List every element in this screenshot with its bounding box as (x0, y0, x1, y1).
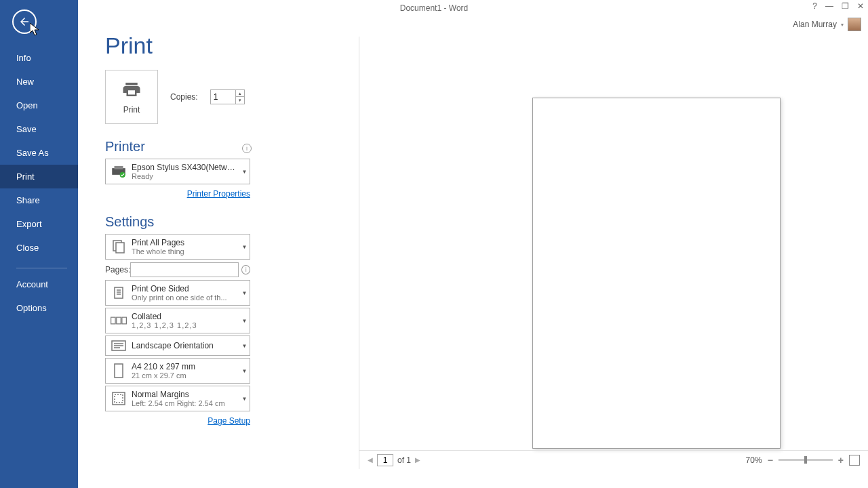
chevron-down-icon: ▼ (239, 290, 250, 296)
zoom-slider[interactable] (778, 459, 833, 461)
paper-line2: 21 cm x 29.7 cm (132, 371, 236, 380)
print-preview-area (359, 37, 868, 469)
print-what-line1: Print All Pages (132, 238, 236, 247)
nav-info[interactable]: Info (0, 46, 78, 70)
nav-export[interactable]: Export (0, 212, 78, 236)
svg-rect-14 (115, 364, 123, 378)
print-what-selector[interactable]: Print All Pages The whole thing ▼ (105, 234, 250, 260)
copies-label: Copies: (170, 92, 198, 102)
sides-line1: Print One Sided (132, 284, 236, 293)
chevron-down-icon: ▼ (239, 396, 250, 402)
pages-input[interactable] (130, 262, 239, 277)
collate-selector[interactable]: Collated 1,2,3 1,2,3 1,2,3 ▼ (105, 308, 250, 333)
collate-line2: 1,2,3 1,2,3 1,2,3 (132, 321, 236, 329)
margins-line1: Normal Margins (132, 390, 236, 399)
chevron-down-icon: ▼ (239, 244, 250, 250)
nav-separator (16, 268, 67, 268)
print-button-label: Print (123, 105, 140, 115)
collate-icon (110, 314, 127, 327)
page-total: of 1 (397, 455, 411, 465)
nav-open[interactable]: Open (0, 94, 78, 117)
backstage-sidebar: Info New Open Save Save As Print Share E… (0, 0, 78, 488)
paper-size-icon (113, 363, 125, 379)
printer-info-icon[interactable]: i (242, 144, 252, 153)
collate-line1: Collated (132, 312, 236, 321)
page-preview (532, 98, 781, 449)
nav-options[interactable]: Options (0, 296, 78, 320)
chevron-down-icon: ▼ (239, 318, 250, 324)
printer-selector[interactable]: Epson Stylus SX430(Network) Ready ▼ (105, 159, 250, 184)
margins-selector[interactable]: Normal Margins Left: 2.54 cm Right: 2.54… (105, 386, 250, 411)
margins-icon (111, 390, 127, 407)
pages-icon (111, 239, 127, 255)
svg-rect-8 (117, 317, 121, 324)
printer-icon (120, 79, 143, 100)
orientation-line1: Landscape Orientation (132, 341, 236, 350)
zoom-out-icon[interactable]: − (768, 455, 773, 466)
preview-statusbar: ◀ of 1 ▶ 70% − + (359, 450, 868, 469)
orientation-selector[interactable]: Landscape Orientation ▼ (105, 336, 250, 356)
svg-rect-16 (115, 394, 123, 403)
nav-share[interactable]: Share (0, 188, 78, 212)
chevron-down-icon: ▼ (239, 343, 250, 349)
main-panel: Print Print Copies: ▲ ▼ Printer i Epson … (78, 0, 868, 469)
next-page-icon[interactable]: ▶ (415, 456, 420, 464)
sides-selector[interactable]: Print One Sided Only print on one side o… (105, 280, 250, 306)
paper-selector[interactable]: A4 210 x 297 mm 21 cm x 29.7 cm ▼ (105, 358, 250, 384)
nav-save-as[interactable]: Save As (0, 141, 78, 165)
page-setup-link[interactable]: Page Setup (208, 416, 250, 426)
back-arrow-icon (18, 16, 31, 28)
margins-line2: Left: 2.54 cm Right: 2.54 cm (132, 399, 236, 407)
copies-input[interactable] (211, 90, 235, 104)
zoom-thumb[interactable] (804, 456, 807, 464)
svg-rect-2 (116, 243, 124, 253)
chevron-down-icon: ▼ (239, 368, 250, 374)
svg-rect-3 (115, 287, 123, 298)
page-number-input[interactable] (377, 454, 393, 466)
printer-properties-link[interactable]: Printer Properties (187, 189, 250, 199)
print-button[interactable]: Print (105, 70, 158, 124)
pages-label: Pages: (105, 265, 130, 274)
nav-print[interactable]: Print (0, 165, 78, 188)
chevron-down-icon: ▼ (239, 169, 250, 175)
printer-status: Ready (132, 172, 236, 180)
back-button[interactable] (12, 9, 37, 34)
nav-account[interactable]: Account (0, 272, 78, 296)
copies-stepper[interactable]: ▲ ▼ (210, 89, 245, 104)
printer-status-icon (110, 164, 127, 179)
print-what-line2: The whole thing (132, 247, 236, 256)
fit-to-window-icon[interactable] (849, 455, 860, 466)
svg-rect-7 (111, 317, 116, 324)
sides-line2: Only print on one side of th... (132, 293, 236, 302)
pages-info-icon[interactable]: i (241, 265, 250, 274)
copies-down-icon[interactable]: ▼ (236, 97, 244, 104)
nav-save[interactable]: Save (0, 117, 78, 141)
one-sided-icon (111, 285, 127, 301)
landscape-icon (111, 340, 127, 352)
copies-up-icon[interactable]: ▲ (236, 90, 244, 97)
zoom-in-icon[interactable]: + (838, 455, 844, 466)
paper-line1: A4 210 x 297 mm (132, 362, 236, 371)
nav-close[interactable]: Close (0, 236, 78, 260)
svg-rect-9 (122, 317, 127, 324)
printer-name: Epson Stylus SX430(Network) (132, 163, 236, 172)
zoom-value: 70% (746, 455, 762, 465)
prev-page-icon[interactable]: ◀ (368, 456, 373, 464)
nav-new[interactable]: New (0, 70, 78, 94)
